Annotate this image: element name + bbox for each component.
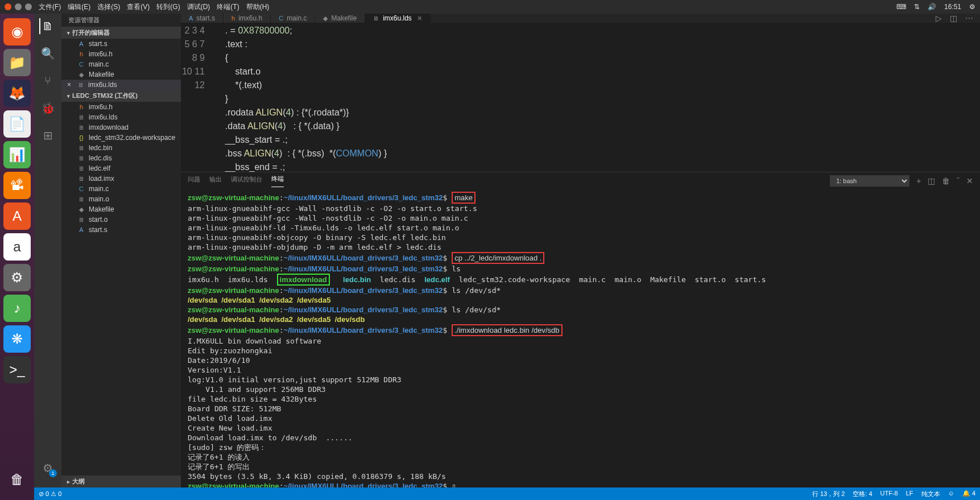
launcher-calc[interactable]: 📊 (3, 141, 31, 168)
status-line-col[interactable]: 行 13，列 2 (812, 490, 845, 498)
launcher-writer[interactable]: 📄 (3, 110, 31, 138)
file-icon: A (189, 15, 193, 22)
workspace-file-item[interactable]: Astart.s (61, 225, 181, 235)
close-panel-icon[interactable]: ✕ (966, 176, 973, 185)
menu-help[interactable]: 帮助(H) (246, 2, 270, 12)
close-window-button[interactable] (5, 3, 11, 10)
launcher-ubuntu[interactable]: ◉ (3, 18, 31, 46)
open-editor-item[interactable]: ◆Makefile (61, 69, 181, 80)
launcher-app[interactable]: ❋ (3, 325, 31, 353)
network-icon[interactable]: ⇅ (914, 3, 920, 11)
editor-tab[interactable]: 🗎imx6u.lds× (365, 14, 431, 23)
file-icon: C (279, 15, 283, 22)
workspace-file-item[interactable]: ◆Makefile (61, 204, 181, 214)
file-icon: ◆ (77, 71, 85, 78)
panel-tab-problems[interactable]: 问题 (188, 175, 200, 187)
workspace-file-item[interactable]: 🗎imxdownload (61, 122, 181, 133)
status-eol[interactable]: LF (906, 490, 913, 498)
editor-tab[interactable]: Cmain.c (271, 14, 315, 23)
split-button[interactable]: ◫ (950, 14, 957, 23)
activity-debug[interactable]: 🐞 (40, 100, 56, 116)
ubuntu-launcher: ◉ 📁 🦊 📄 📊 📽 A a ⚙ ♪ ⟨⟩ ❋ >_ 🗑 (0, 14, 34, 500)
clock[interactable]: 16:51 (944, 3, 961, 11)
launcher-terminal[interactable]: >_ (3, 356, 31, 383)
new-terminal-icon[interactable]: + (916, 176, 921, 185)
more-button[interactable]: ⋯ (965, 14, 973, 23)
minimize-window-button[interactable] (15, 3, 22, 10)
terminal-content[interactable]: zsw@zsw-virtual-machine:~/linux/IMX6ULL/… (181, 189, 980, 493)
bottom-panel: 问题 输出 调试控制台 终端 1: bash + ◫ 🗑 ˆ ✕ zsw@zsw… (181, 172, 980, 493)
status-feedback[interactable]: ☺ (948, 490, 954, 498)
launcher-amazon[interactable]: a (3, 233, 31, 261)
maximize-window-button[interactable] (25, 3, 32, 10)
workspace-file-item[interactable]: 🗎start.o (61, 214, 181, 225)
explorer-panel: 资源管理器 ▾打开的编辑器 Astart.shimx6u.hCmain.c◆Ma… (61, 14, 181, 487)
status-spaces[interactable]: 空格: 4 (853, 490, 872, 498)
menu-debug[interactable]: 调试(D) (187, 2, 210, 12)
menu-view[interactable]: 查看(V) (127, 2, 150, 12)
code-editor[interactable]: 2 3 4 5 6 7 8 9 10 11 12 . = 0X87800000;… (181, 23, 980, 172)
menu-terminal[interactable]: 终端(T) (217, 2, 239, 12)
keyboard-icon[interactable]: ⌨ (896, 3, 906, 11)
maximize-panel-icon[interactable]: ˆ (957, 176, 960, 185)
panel-tab-terminal[interactable]: 终端 (271, 175, 284, 187)
file-icon: h (77, 104, 85, 110)
code-content[interactable]: . = 0X87800000; .text : { start.o *(.tex… (215, 23, 387, 172)
workspace-file-item[interactable]: 🗎ledc.bin (61, 143, 181, 153)
close-icon[interactable]: × (417, 14, 422, 23)
outline-label: 大纲 (72, 477, 85, 486)
open-editor-item[interactable]: Astart.s (61, 39, 181, 49)
workspace-header[interactable]: ▾LEDC_STM32 (工作区) (61, 90, 181, 102)
trash-terminal-icon[interactable]: 🗑 (942, 176, 950, 185)
status-bell[interactable]: 🔔 4 (962, 490, 975, 498)
status-bar: ⊘ 0 ⚠ 0 行 13，列 2 空格: 4 UTF-8 LF 纯文本 ☺ 🔔 … (34, 487, 980, 500)
open-editor-item[interactable]: ×🗎imx6u.lds (61, 80, 181, 90)
split-terminal-icon[interactable]: ◫ (928, 176, 935, 185)
file-icon: 🗎 (373, 15, 379, 22)
menu-goto[interactable]: 转到(G) (156, 2, 180, 12)
minimap[interactable] (934, 23, 980, 172)
workspace-file-item[interactable]: 🗎main.o (61, 194, 181, 204)
launcher-impress[interactable]: 📽 (3, 172, 31, 199)
launcher-music[interactable]: ♪ (3, 295, 31, 322)
volume-icon[interactable]: 🔊 (928, 3, 936, 11)
open-editor-item[interactable]: himx6u.h (61, 49, 181, 59)
launcher-firefox[interactable]: 🦊 (3, 80, 31, 107)
workspace-file-item[interactable]: himx6u.h (61, 102, 181, 112)
editor-tab[interactable]: himx6u.h (224, 14, 271, 23)
power-icon[interactable]: ⚙ (969, 3, 975, 11)
status-lang[interactable]: 纯文本 (921, 490, 940, 498)
close-icon[interactable]: × (67, 81, 71, 89)
launcher-trash[interactable]: 🗑 (3, 466, 31, 493)
workspace-file-item[interactable]: 🗎ledc.elf (61, 163, 181, 173)
workspace-file-item[interactable]: 🗎load.imx (61, 173, 181, 184)
line-numbers: 2 3 4 5 6 7 8 9 10 11 12 (181, 23, 215, 172)
open-editors-header[interactable]: ▾打开的编辑器 (61, 27, 181, 39)
workspace-file-item[interactable]: Cmain.c (61, 184, 181, 194)
workspace-file-item[interactable]: 🗎ledc.dis (61, 153, 181, 163)
menu-edit[interactable]: 编辑(E) (68, 2, 90, 12)
editor-tab[interactable]: Astart.s (181, 14, 224, 23)
workspace-file-item[interactable]: {}ledc_stm32.code-workspace (61, 133, 181, 143)
panel-tab-output[interactable]: 输出 (209, 175, 222, 187)
activity-search[interactable]: 🔍 (40, 46, 56, 61)
activity-settings[interactable]: ⚙1 (40, 460, 56, 476)
vscode-window: 🗎 🔍 ⑂ 🐞 ⊞ ⚙1 资源管理器 ▾打开的编辑器 Astart.shimx6… (34, 14, 980, 500)
activity-git[interactable]: ⑂ (40, 73, 56, 89)
outline-header[interactable]: ▸大纲 (61, 476, 181, 487)
activity-extensions[interactable]: ⊞ (40, 127, 56, 143)
editor-tab[interactable]: ◆Makefile (315, 14, 365, 23)
status-errors[interactable]: ⊘ 0 ⚠ 0 (39, 490, 61, 498)
run-button[interactable]: ▷ (936, 14, 942, 23)
panel-tab-debug[interactable]: 调试控制台 (231, 175, 262, 187)
launcher-settings[interactable]: ⚙ (3, 264, 31, 291)
menu-file[interactable]: 文件(F) (39, 2, 61, 12)
workspace-file-item[interactable]: 🗎imx6u.lds (61, 112, 181, 122)
open-editor-item[interactable]: Cmain.c (61, 59, 181, 69)
launcher-software[interactable]: A (3, 203, 31, 230)
terminal-selector[interactable]: 1: bash (830, 175, 909, 187)
activity-explorer[interactable]: 🗎 (39, 18, 55, 34)
launcher-files[interactable]: 📁 (3, 49, 31, 76)
menu-select[interactable]: 选择(S) (97, 2, 120, 12)
status-encoding[interactable]: UTF-8 (880, 490, 898, 498)
